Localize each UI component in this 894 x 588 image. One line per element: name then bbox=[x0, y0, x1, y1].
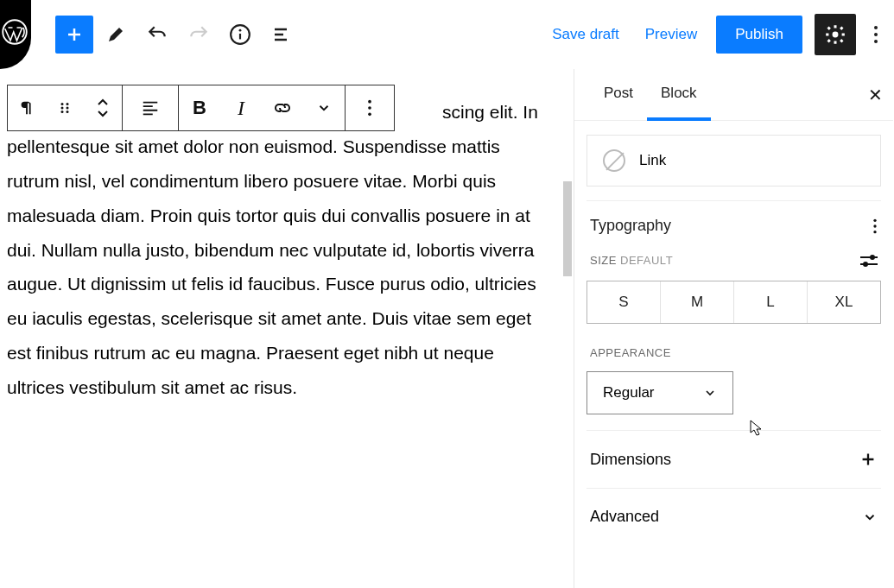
svg-point-13 bbox=[368, 100, 371, 104]
link-button[interactable] bbox=[262, 85, 303, 130]
svg-point-2 bbox=[239, 29, 242, 32]
size-settings-icon[interactable] bbox=[860, 255, 878, 267]
link-label: Link bbox=[639, 152, 666, 169]
move-updown-icon[interactable] bbox=[84, 85, 122, 130]
dimensions-title: Dimensions bbox=[590, 451, 671, 469]
undo-button[interactable] bbox=[138, 16, 176, 54]
no-link-color-icon bbox=[603, 149, 625, 172]
advanced-title: Advanced bbox=[590, 508, 659, 526]
publish-button[interactable]: Publish bbox=[716, 16, 802, 54]
wordpress-logo[interactable] bbox=[0, 0, 31, 69]
bold-button[interactable]: B bbox=[179, 85, 220, 130]
svg-point-19 bbox=[870, 255, 875, 260]
svg-point-14 bbox=[368, 106, 371, 110]
svg-point-3 bbox=[833, 32, 839, 38]
svg-point-17 bbox=[873, 224, 876, 227]
align-button[interactable] bbox=[123, 85, 178, 130]
appearance-select[interactable]: Regular bbox=[586, 371, 733, 414]
svg-point-11 bbox=[61, 111, 64, 113]
tab-block[interactable]: Block bbox=[647, 69, 711, 120]
block-toolbar: B I bbox=[7, 85, 395, 131]
svg-point-6 bbox=[874, 40, 878, 43]
dimensions-section[interactable]: Dimensions bbox=[586, 430, 881, 488]
settings-button[interactable] bbox=[815, 14, 856, 55]
save-draft-button[interactable]: Save draft bbox=[545, 26, 626, 43]
svg-point-18 bbox=[873, 231, 876, 233]
settings-sidebar: Post Block ✕ Link Typography SIZE DEFAUL… bbox=[574, 69, 893, 588]
drag-handle-icon[interactable] bbox=[46, 85, 84, 130]
svg-point-12 bbox=[67, 111, 69, 113]
svg-point-20 bbox=[863, 262, 868, 267]
more-options-button[interactable] bbox=[868, 24, 884, 45]
close-sidebar-button[interactable]: ✕ bbox=[868, 69, 883, 120]
size-default-note: DEFAULT bbox=[620, 254, 673, 267]
svg-point-9 bbox=[61, 107, 64, 110]
svg-point-5 bbox=[874, 33, 878, 36]
typography-options-icon[interactable] bbox=[872, 218, 878, 235]
edit-mode-icon[interactable] bbox=[97, 16, 135, 54]
size-l[interactable]: L bbox=[734, 281, 808, 323]
plus-icon bbox=[859, 450, 878, 469]
paragraph-block-icon[interactable] bbox=[8, 85, 46, 130]
editor-top-bar: Save draft Preview Publish bbox=[0, 0, 894, 69]
size-s[interactable]: S bbox=[587, 281, 661, 323]
more-format-button[interactable] bbox=[303, 85, 345, 130]
advanced-section[interactable]: Advanced bbox=[586, 488, 881, 545]
svg-point-16 bbox=[873, 218, 876, 221]
chevron-down-icon bbox=[862, 509, 878, 525]
link-color-row[interactable]: Link bbox=[586, 135, 881, 187]
svg-point-7 bbox=[61, 103, 64, 105]
typography-title: Typography bbox=[590, 217, 671, 235]
info-button[interactable] bbox=[221, 16, 259, 54]
add-block-button[interactable] bbox=[55, 16, 93, 54]
svg-point-4 bbox=[874, 26, 878, 29]
list-view-button[interactable] bbox=[263, 16, 301, 54]
preview-button[interactable]: Preview bbox=[638, 26, 704, 43]
chevron-down-icon bbox=[703, 386, 717, 400]
editor-canvas[interactable]: B I scing elit. In pellentesque sit amet… bbox=[0, 69, 574, 588]
size-xl[interactable]: XL bbox=[808, 281, 880, 323]
svg-point-15 bbox=[368, 113, 371, 117]
size-m[interactable]: M bbox=[661, 281, 734, 323]
svg-point-8 bbox=[67, 103, 69, 105]
appearance-label: APPEARANCE bbox=[590, 346, 671, 359]
redo-button bbox=[180, 16, 218, 54]
italic-button[interactable]: I bbox=[220, 85, 262, 130]
block-more-button[interactable] bbox=[346, 85, 394, 130]
tab-post[interactable]: Post bbox=[590, 69, 647, 120]
appearance-value: Regular bbox=[603, 384, 655, 401]
scrollbar-thumb[interactable] bbox=[563, 181, 572, 276]
svg-point-10 bbox=[67, 107, 69, 110]
size-label: SIZE bbox=[590, 254, 617, 267]
size-segmented-control: S M L XL bbox=[586, 281, 881, 324]
